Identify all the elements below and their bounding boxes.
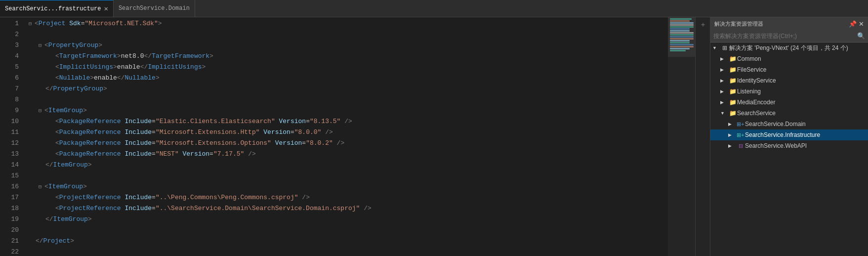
code-line-1: ⊟ <Project Sdk="Microsoft.NET.Sdk"> (29, 18, 668, 29)
folder-icon: 📁 (728, 99, 737, 106)
code-line-5: <ImplicitUsings>enable</ImplicitUsings> (29, 62, 668, 73)
tree-item-label: FileService (737, 66, 866, 73)
root-arrow: ▼ (712, 45, 720, 50)
tree-item-label: IdentityService (737, 77, 866, 84)
minimap-line (670, 18, 692, 20)
tree-item-label: Listening (737, 88, 866, 95)
minimap-line (670, 20, 690, 22)
minimap-line (670, 22, 694, 24)
tree-item-searchservice-infrastructure[interactable]: ▶⊞+SearchService.Infrastructure (710, 129, 868, 140)
solution-search-bar: 🔍 (710, 30, 868, 43)
code-line-18: <ProjectReference Include="..\SearchServ… (29, 203, 668, 214)
solution-explorer-title: 解决方案资源管理器 (714, 20, 763, 28)
solution-header-icons: 📌 ✕ (849, 20, 864, 28)
minimap-line (670, 42, 690, 43)
minimap-line (670, 24, 694, 26)
csproj-icon-green: ⊞+ (736, 132, 745, 138)
add-icon[interactable]: ＋ (700, 21, 706, 28)
tab-close-active[interactable]: ✕ (104, 5, 108, 12)
code-line-12: <PackageReference Include="Microsoft.Ext… (29, 138, 668, 149)
folder-arrow: ▶ (720, 89, 728, 94)
tree-item-label: SearchService (737, 110, 866, 117)
tab-searchservice-domain[interactable]: SearchService.Domain (114, 0, 195, 17)
code-line-11: <PackageReference Include="Microsoft.Ext… (29, 127, 668, 138)
code-line-19: </ItemGroup> (29, 214, 668, 225)
tree-item-label: SearchService.Domain (745, 121, 866, 128)
code-content[interactable]: ⊟ <Project Sdk="Microsoft.NET.Sdk">⊟ <Pr… (24, 17, 668, 256)
minimap-line (670, 34, 694, 36)
collapse-icon[interactable]: ⊟ (39, 43, 44, 48)
tree-item-listening[interactable]: ▶📁Listening (710, 86, 868, 97)
item-arrow: ▶ (728, 143, 736, 148)
solution-search-input[interactable] (713, 33, 857, 40)
code-line-2 (29, 29, 668, 40)
close-panel-icon[interactable]: ✕ (859, 20, 864, 28)
tree-item-searchservice-domain[interactable]: ▶⊞+SearchService.Domain (710, 119, 868, 129)
tree-item-identityservice[interactable]: ▶📁IdentityService (710, 75, 868, 86)
minimap-line (670, 30, 690, 32)
minimap-line (670, 26, 694, 28)
solution-root[interactable]: ▼ ⊞ 解决方案 'Peng-VNext' (24 个项目，共 24 个) (710, 43, 868, 53)
solution-root-label: 解决方案 'Peng-VNext' (24 个项目，共 24 个) (729, 44, 866, 52)
minimap-line (670, 48, 690, 49)
code-line-10: <PackageReference Include="Elastic.Clien… (29, 116, 668, 127)
code-line-6: <Nullable>enable</Nullable> (29, 73, 668, 84)
solution-tree: ▼ ⊞ 解决方案 'Peng-VNext' (24 个项目，共 24 个) ▶📁… (710, 43, 868, 256)
tree-item-common[interactable]: ▶📁Common (710, 53, 868, 64)
collapse-icon[interactable]: ⊟ (39, 184, 44, 190)
code-line-22 (29, 247, 668, 256)
csproj-icon-purple: ⊟ (736, 143, 745, 149)
minimap-line (670, 28, 690, 30)
tree-item-label: MediaEncoder (737, 99, 866, 106)
folder-icon: 📁 (728, 88, 737, 95)
solution-explorer-header: 解决方案资源管理器 📌 ✕ (710, 17, 868, 30)
folder-icon: 📁 (728, 77, 737, 84)
code-line-7: </PropertyGroup> (29, 84, 668, 94)
pin-icon[interactable]: 📌 (849, 20, 857, 28)
collapse-icon[interactable]: ⊟ (39, 108, 44, 114)
code-line-14: </ItemGroup> (29, 160, 668, 171)
csproj-icon-blue: ⊞+ (736, 121, 745, 128)
code-line-3: ⊟ <PropertyGroup> (29, 40, 668, 51)
minimap[interactable] (668, 17, 695, 256)
minimap-line (670, 44, 694, 45)
tree-item-mediaencoder[interactable]: ▶📁MediaEncoder (710, 97, 868, 108)
tree-item-label: Common (737, 55, 866, 62)
collapse-icon[interactable]: ⊟ (29, 21, 35, 27)
solution-explorer-panel: 解决方案资源管理器 📌 ✕ 🔍 ▼ ⊞ 解决方案 'Peng-VNext' (2… (710, 17, 868, 256)
tree-item-label: SearchService.WebAPI (745, 142, 866, 149)
code-line-15 (29, 171, 668, 181)
tab-searchservice-infrastructure[interactable]: SearchServic...frastructure ✕ (0, 0, 114, 17)
code-line-16: ⊟ <ItemGroup> (29, 181, 668, 192)
tree-item-label: SearchService.Infrastructure (745, 131, 866, 138)
code-line-21: </Project> (29, 236, 668, 247)
code-line-13: <PackageReference Include="NEST" Version… (29, 149, 668, 160)
tab-label-active: SearchServic...frastructure (5, 5, 101, 12)
folder-arrow: ▶ (720, 56, 728, 61)
tree-item-searchservice[interactable]: ▼📁SearchService (710, 108, 868, 119)
minimap-line (670, 38, 694, 40)
tree-item-searchservice-webapi[interactable]: ▶⊟SearchService.WebAPI (710, 140, 868, 151)
folder-arrow: ▶ (720, 67, 728, 72)
code-line-4: <TargetFramework>net8.0</TargetFramework… (29, 51, 668, 62)
editor-toolbar: ＋ (695, 17, 710, 256)
item-arrow: ▶ (728, 122, 736, 127)
folder-icon: 📁 (728, 110, 737, 117)
minimap-line (670, 36, 694, 38)
minimap-line (670, 40, 690, 42)
tab-bar: SearchServic...frastructure ✕ SearchServ… (0, 0, 868, 17)
tab-label-inactive: SearchService.Domain (119, 5, 190, 12)
search-icon[interactable]: 🔍 (857, 32, 865, 40)
minimap-line (670, 32, 694, 34)
folder-icon: 📁 (728, 66, 737, 73)
tree-item-fileservice[interactable]: ▶📁FileService (710, 64, 868, 75)
code-line-20 (29, 225, 668, 236)
code-line-17: <ProjectReference Include="..\Peng.Commo… (29, 192, 668, 203)
editor-area: 12345678910111213141516171819202122 ⊟ <P… (0, 17, 668, 256)
solution-icon: ⊞ (720, 44, 729, 51)
folder-arrow: ▶ (720, 100, 728, 105)
folder-arrow: ▶ (720, 78, 728, 83)
folder-arrow: ▼ (720, 111, 728, 116)
line-numbers: 12345678910111213141516171819202122 (0, 17, 24, 256)
item-arrow: ▶ (728, 132, 736, 137)
